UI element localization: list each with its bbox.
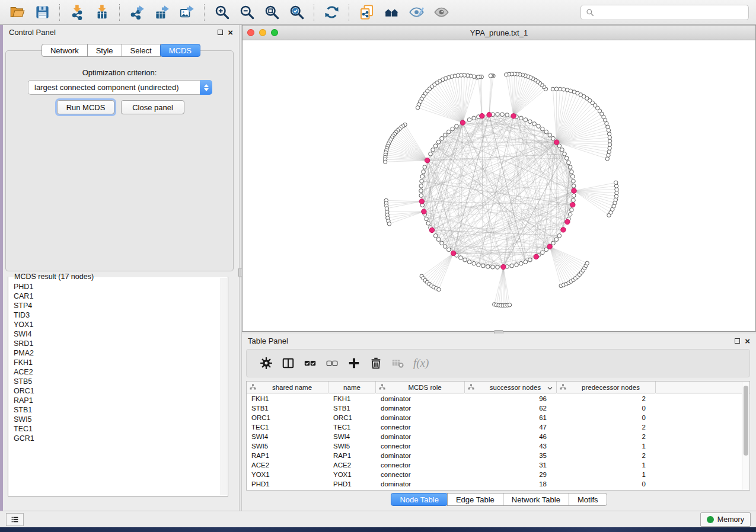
network-node[interactable] [419, 189, 423, 193]
table-cell-name[interactable]: STB1 [328, 403, 376, 413]
table-cell-name[interactable]: ACE2 [328, 460, 376, 470]
network-node[interactable] [570, 208, 574, 212]
export-network-icon[interactable] [128, 4, 146, 21]
zoom-selected-icon[interactable] [288, 4, 305, 21]
network-node[interactable] [551, 87, 554, 91]
table-cell-shared_name[interactable]: ORC1 [247, 413, 328, 422]
network-node[interactable] [524, 260, 528, 264]
network-node[interactable] [440, 136, 444, 140]
network-node[interactable] [614, 181, 617, 184]
close-panel-icon[interactable]: × [745, 338, 750, 344]
mcds-hub-node[interactable] [547, 244, 552, 249]
import-table-icon[interactable] [93, 4, 111, 21]
network-node[interactable] [519, 116, 524, 120]
network-node[interactable] [528, 120, 532, 124]
mcds-hub-node[interactable] [451, 251, 455, 255]
tab-network-table[interactable]: Network Table [503, 493, 569, 506]
network-node[interactable] [505, 73, 508, 76]
mcds-result-node[interactable]: ACE2 [14, 367, 221, 377]
table-cell-mcds_role[interactable]: connector [376, 470, 465, 479]
add-column-icon[interactable] [347, 356, 361, 370]
network-node[interactable] [420, 175, 425, 179]
network-node[interactable] [446, 248, 451, 252]
mcds-result-node[interactable]: PHD1 [14, 282, 221, 291]
save-session-icon[interactable] [33, 4, 51, 21]
close-panel-button[interactable]: Close panel [121, 100, 184, 114]
network-node[interactable] [607, 132, 611, 136]
mcds-hub-node[interactable] [565, 219, 570, 224]
show-columns-icon[interactable] [281, 356, 295, 370]
network-node[interactable] [554, 87, 558, 91]
network-node[interactable] [608, 146, 611, 150]
mcds-hub-node[interactable] [487, 113, 492, 117]
network-node[interactable] [472, 116, 476, 120]
network-node[interactable] [436, 238, 441, 242]
network-graph[interactable] [243, 40, 755, 331]
mcds-result-node[interactable]: RAP1 [14, 396, 221, 405]
tab-style[interactable]: Style [87, 44, 122, 57]
table-row[interactable]: PHD1PHD1dominator180 [247, 479, 749, 489]
deselect-all-icon[interactable] [325, 356, 339, 370]
mcds-result-node[interactable]: SWI4 [14, 329, 221, 339]
network-node[interactable] [524, 118, 528, 122]
network-node[interactable] [544, 130, 548, 134]
table-cell-predecessor_nodes[interactable]: 1 [557, 441, 656, 451]
mcds-result-node[interactable]: TEC1 [14, 424, 221, 434]
mcds-result-node[interactable]: GCR1 [14, 434, 221, 443]
network-node[interactable] [572, 198, 576, 203]
network-node[interactable] [437, 287, 441, 291]
run-mcds-button[interactable]: Run MCDS [57, 100, 114, 114]
network-node[interactable] [476, 75, 480, 79]
mcds-result-node[interactable]: YOX1 [14, 320, 221, 329]
table-cell-name[interactable]: PHD1 [328, 479, 376, 489]
table-cell-successor_nodes[interactable]: 61 [465, 413, 557, 422]
table-row[interactable]: RAP1RAP1dominator352 [247, 451, 749, 460]
network-node[interactable] [532, 122, 537, 126]
network-node[interactable] [496, 265, 500, 270]
network-node[interactable] [510, 264, 514, 268]
table-cell-successor_nodes[interactable]: 18 [465, 479, 557, 489]
network-node[interactable] [558, 87, 562, 91]
table-cell-mcds_role[interactable]: connector [376, 460, 465, 470]
mcds-hub-node[interactable] [511, 114, 516, 118]
network-node[interactable] [433, 234, 438, 238]
network-titlebar[interactable]: YPA_prune.txt_1 [243, 25, 755, 40]
mcds-result-node[interactable]: PMA2 [14, 348, 221, 358]
table-cell-successor_nodes[interactable]: 29 [465, 470, 557, 479]
network-node[interactable] [431, 148, 435, 152]
table-cell-mcds_role[interactable]: dominator [376, 413, 465, 422]
tab-node-table[interactable]: Node Table [391, 493, 448, 506]
table-row[interactable]: ORC1ORC1dominator610 [247, 413, 749, 422]
table-row[interactable]: SWI4SWI4dominator462 [247, 432, 749, 441]
network-node[interactable] [467, 260, 471, 264]
mcds-hub-node[interactable] [534, 254, 538, 259]
network-node[interactable] [570, 170, 574, 174]
network-node[interactable] [489, 74, 492, 78]
mcds-result-node[interactable]: ORC1 [14, 386, 221, 396]
search-field[interactable] [580, 5, 749, 20]
table-cell-predecessor_nodes[interactable]: 2 [557, 422, 656, 432]
network-node[interactable] [426, 222, 430, 226]
table-cell-shared_name[interactable]: SWI5 [247, 441, 328, 451]
table-cell-name[interactable]: SWI4 [328, 432, 376, 441]
hide-selected-icon[interactable] [407, 4, 425, 21]
mcds-result-node[interactable]: STP4 [14, 301, 221, 310]
table-cell-shared_name[interactable]: FKH1 [247, 394, 328, 403]
network-node[interactable] [551, 136, 556, 140]
network-node[interactable] [477, 263, 481, 267]
table-row[interactable]: FKH1FKH1dominator962 [247, 394, 749, 403]
network-node[interactable] [564, 156, 569, 161]
network-node[interactable] [568, 213, 572, 217]
network-node[interactable] [387, 222, 391, 226]
table-cell-predecessor_nodes[interactable]: 2 [557, 451, 656, 460]
network-node[interactable] [491, 265, 495, 269]
network-node[interactable] [385, 207, 388, 210]
network-node[interactable] [467, 118, 471, 122]
table-cell-successor_nodes[interactable]: 46 [465, 432, 557, 441]
network-canvas[interactable] [243, 40, 755, 331]
network-node[interactable] [443, 245, 447, 249]
float-panel-icon[interactable] [735, 338, 740, 344]
network-node[interactable] [560, 148, 564, 152]
tab-mcds[interactable]: MCDS [160, 44, 200, 57]
tab-motifs[interactable]: Motifs [569, 493, 607, 506]
